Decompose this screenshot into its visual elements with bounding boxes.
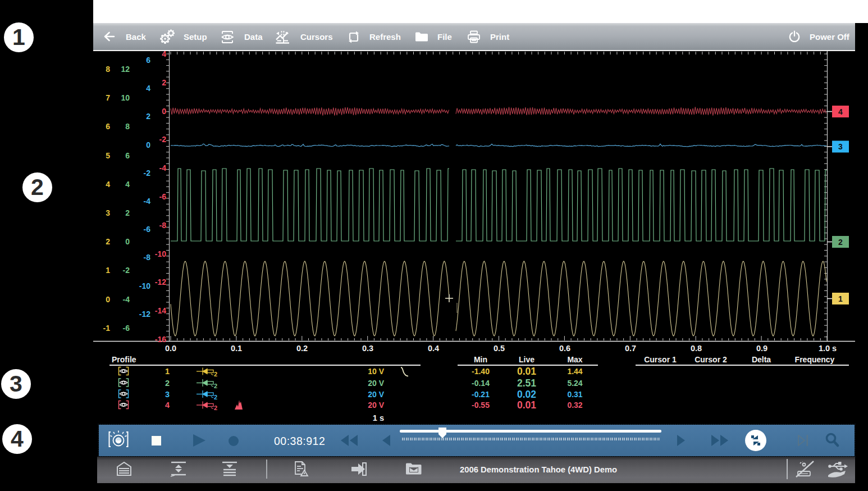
svg-text:10 V: 10 V [368, 367, 384, 376]
svg-text:0.01: 0.01 [517, 399, 536, 411]
svg-text:2: 2 [214, 394, 217, 401]
svg-text:0.9: 0.9 [756, 344, 768, 353]
svg-text:-2: -2 [159, 135, 167, 144]
svg-text:Min: Min [474, 355, 487, 364]
svg-text:-6: -6 [159, 192, 167, 201]
svg-text:2: 2 [214, 383, 217, 389]
svg-text:1.0 s: 1.0 s [819, 344, 837, 353]
svg-text:2: 2 [162, 78, 166, 87]
svg-text:-1: -1 [103, 324, 111, 333]
svg-text:2: 2 [146, 112, 150, 121]
svg-text:-6: -6 [123, 324, 130, 333]
svg-text:-0.21: -0.21 [472, 390, 490, 399]
svg-text:1: 1 [165, 367, 170, 376]
svg-text:2.51: 2.51 [517, 378, 536, 389]
svg-text:5.24: 5.24 [567, 379, 582, 388]
svg-text:0.2: 0.2 [296, 344, 308, 353]
svg-text:Cursor 1: Cursor 1 [644, 355, 677, 364]
svg-text:Delta: Delta [752, 355, 771, 364]
svg-text:1: 1 [838, 294, 843, 303]
svg-text:3: 3 [106, 208, 110, 217]
svg-text:5: 5 [106, 151, 110, 160]
svg-text:20 V: 20 V [368, 401, 384, 410]
svg-text:0: 0 [146, 140, 150, 149]
svg-text:0.0: 0.0 [165, 344, 176, 353]
svg-text:-14: -14 [155, 306, 166, 315]
svg-text:2: 2 [125, 208, 130, 217]
svg-text:0.1: 0.1 [231, 344, 242, 353]
svg-text:20 V: 20 V [368, 390, 384, 399]
svg-text:6: 6 [125, 151, 130, 160]
svg-text:-0.14: -0.14 [472, 379, 490, 388]
svg-text:8: 8 [106, 65, 110, 74]
svg-text:-6: -6 [144, 225, 151, 234]
svg-text:1.44: 1.44 [567, 367, 582, 376]
svg-text:4: 4 [165, 401, 170, 410]
svg-text:0.01: 0.01 [517, 366, 536, 377]
svg-text:0: 0 [125, 237, 130, 246]
svg-text:0: 0 [106, 295, 110, 304]
svg-text:Profile: Profile [112, 355, 136, 364]
svg-text:Max: Max [567, 355, 582, 364]
svg-text:4: 4 [146, 84, 150, 93]
svg-text:20 V: 20 V [368, 379, 384, 388]
svg-text:Frequency: Frequency [795, 355, 835, 364]
svg-text:0.31: 0.31 [567, 390, 582, 399]
svg-text:10: 10 [121, 93, 130, 102]
svg-text:0.5: 0.5 [494, 344, 505, 353]
svg-text:0.02: 0.02 [517, 389, 536, 400]
svg-text:0.6: 0.6 [559, 344, 570, 353]
svg-text:6: 6 [146, 56, 150, 65]
svg-text:-8: -8 [159, 221, 167, 230]
svg-text:0.3: 0.3 [362, 344, 373, 353]
svg-text:2: 2 [106, 237, 110, 246]
svg-text:1: 1 [106, 266, 110, 275]
svg-text:4: 4 [125, 180, 130, 189]
svg-text:0.32: 0.32 [567, 401, 582, 410]
svg-text:-12: -12 [139, 310, 150, 319]
svg-text:-12: -12 [155, 278, 166, 287]
svg-text:0.8: 0.8 [691, 344, 702, 353]
svg-text:Live: Live [519, 355, 534, 364]
svg-text:-16: -16 [155, 335, 166, 344]
svg-text:1 s: 1 s [373, 413, 384, 422]
svg-text:-2: -2 [144, 169, 151, 178]
svg-text:-0.55: -0.55 [472, 401, 490, 410]
svg-text:-4: -4 [159, 163, 167, 172]
svg-text:0: 0 [162, 107, 166, 116]
svg-text:-2: -2 [123, 266, 130, 275]
svg-text:-10: -10 [155, 249, 166, 258]
svg-text:4: 4 [106, 180, 110, 189]
svg-text:-1.40: -1.40 [472, 367, 490, 376]
svg-text:4: 4 [838, 107, 843, 116]
svg-text:2: 2 [165, 379, 170, 388]
svg-text:-8: -8 [144, 253, 151, 262]
svg-text:Cursor 2: Cursor 2 [695, 355, 727, 364]
svg-text:6: 6 [106, 122, 110, 131]
svg-text:0.4: 0.4 [428, 344, 439, 353]
svg-text:12: 12 [121, 65, 130, 74]
svg-text:8: 8 [125, 122, 130, 131]
svg-text:2: 2 [214, 371, 217, 378]
svg-text:3: 3 [838, 142, 843, 151]
svg-text:-4: -4 [123, 295, 130, 304]
svg-text:4: 4 [162, 51, 166, 58]
svg-text:-10: -10 [139, 281, 150, 290]
svg-text:2: 2 [838, 238, 843, 247]
svg-text:7: 7 [106, 93, 110, 102]
svg-text:3: 3 [165, 390, 170, 399]
svg-text:-4: -4 [144, 197, 151, 206]
svg-text:2: 2 [214, 404, 217, 411]
svg-text:0.7: 0.7 [625, 344, 636, 353]
